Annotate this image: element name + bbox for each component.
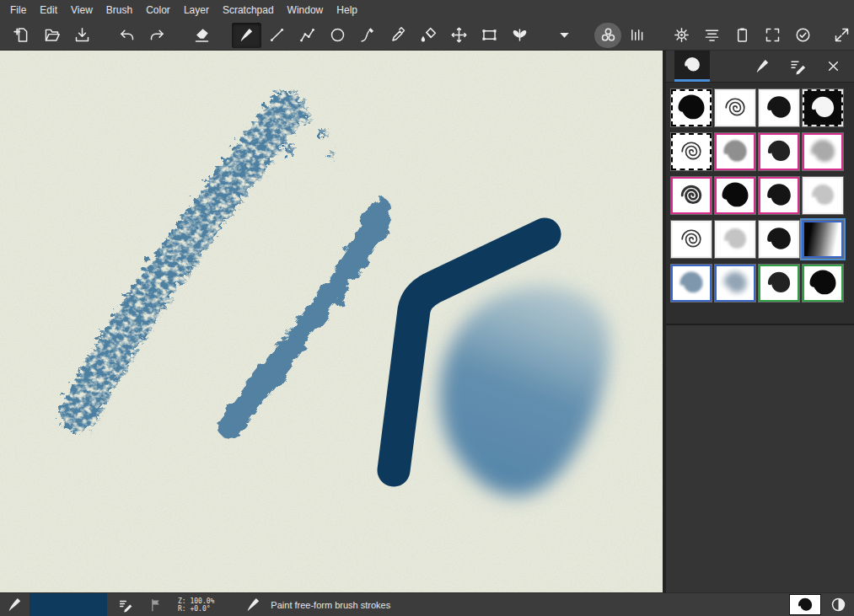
undo-button[interactable]: [112, 23, 142, 48]
brush-preview-spiral: [762, 224, 796, 254]
brush-cell[interactable]: [715, 221, 755, 258]
lines-tool-button[interactable]: [262, 23, 292, 48]
current-brush-preview[interactable]: [789, 594, 821, 615]
toolbar-group: [112, 23, 172, 48]
brush-cell[interactable]: [671, 89, 712, 126]
ellipse-tool-button[interactable]: [323, 23, 352, 48]
brush-preview-spiral: [806, 268, 840, 298]
brush-cell[interactable]: [671, 221, 712, 258]
fullscreen-button[interactable]: [758, 23, 787, 48]
menu-file[interactable]: File: [3, 1, 33, 19]
expand-view-button[interactable]: [833, 23, 851, 48]
brush-cell[interactable]: [759, 177, 799, 214]
brush-cell[interactable]: [759, 221, 799, 258]
brush-cell[interactable]: [759, 265, 799, 302]
ellipse-icon: [329, 26, 346, 44]
brush-cell[interactable]: [803, 265, 843, 302]
bucket-icon: [420, 26, 438, 44]
toolbar-group: [7, 23, 97, 48]
editpen-icon: [789, 57, 807, 75]
current-color-swatch[interactable]: [30, 593, 107, 616]
menu-brush[interactable]: Brush: [99, 1, 139, 19]
ink-icon: [359, 26, 377, 44]
brush-preview-spiral: [674, 93, 708, 123]
brush-preview-spiral: [762, 180, 796, 211]
statusbar-hint: Paint free-form brush strokes: [271, 600, 390, 610]
brush-icon: [238, 26, 255, 44]
history-panel-button[interactable]: [788, 23, 818, 48]
butterfly-icon: [511, 26, 529, 44]
brush-cell[interactable]: [759, 89, 799, 126]
toolbar-group: [187, 23, 217, 48]
brush-cell[interactable]: [803, 133, 843, 170]
brush-list-tab[interactable]: [674, 51, 710, 82]
brush-cell[interactable]: [803, 177, 843, 214]
connected-lines-tool-button[interactable]: [293, 23, 322, 48]
canvas-area: [0, 51, 663, 592]
color-triad-button[interactable]: [594, 23, 621, 48]
toolbar-group: [594, 23, 652, 48]
brush-preview-spiral: [718, 268, 752, 298]
brush-cell[interactable]: [715, 133, 755, 170]
preferences-button[interactable]: [667, 23, 696, 48]
brush-cell[interactable]: [759, 133, 799, 170]
move-layer-tool-button[interactable]: [444, 23, 474, 48]
color-wheel-icon[interactable]: [830, 596, 847, 613]
hint-brush-icon: [244, 596, 262, 613]
menu-scratchpad[interactable]: Scratchpad: [216, 1, 281, 19]
menu-layer[interactable]: Layer: [177, 1, 216, 19]
zoom-rotation-readout: Z: 100.0% R: +0.0°: [178, 597, 214, 613]
scratchpad-panel-button[interactable]: [728, 23, 757, 48]
flag-button[interactable]: [144, 594, 168, 616]
brush-preview-spiral: [762, 268, 796, 298]
symmetry-tool-button[interactable]: [505, 23, 534, 48]
color-palette-button[interactable]: [622, 23, 652, 48]
panel-tabs: [666, 51, 854, 83]
brush-preview-spiral: [718, 93, 752, 123]
brush-cell[interactable]: [671, 133, 712, 170]
statusbar-right: [789, 594, 854, 615]
brush-cell[interactable]: [715, 265, 755, 302]
open-file-button[interactable]: [37, 23, 67, 48]
brush-preview-spiral: [806, 180, 840, 211]
brush-preview-spiral: [806, 137, 840, 167]
brush-cell[interactable]: [803, 221, 843, 258]
brush-tool-tab[interactable]: [744, 51, 780, 82]
color-picker-tool-button[interactable]: [384, 23, 413, 48]
close-panel-button[interactable]: [815, 51, 851, 82]
brush-settings-quick-button[interactable]: [114, 594, 137, 616]
brush-cell[interactable]: [715, 89, 755, 126]
menu-edit[interactable]: Edit: [33, 1, 64, 19]
clipboard-icon: [733, 26, 751, 44]
save-file-button[interactable]: [67, 23, 97, 48]
eraser-toggle-button[interactable]: [187, 23, 217, 48]
toolbar-groups: [7, 23, 833, 48]
brush-settings-panel-button[interactable]: [697, 23, 727, 48]
brush-cell[interactable]: [671, 265, 712, 302]
freehand-tool-button[interactable]: [232, 23, 261, 48]
open-icon: [43, 26, 61, 44]
frame-tool-button[interactable]: [475, 23, 504, 48]
inking-tool-button[interactable]: [353, 23, 383, 48]
menu-window[interactable]: Window: [281, 1, 330, 19]
panel-empty-area: [666, 324, 854, 592]
bars-icon: [628, 26, 646, 44]
new-file-button[interactable]: [7, 23, 36, 48]
tool-options-dropdown[interactable]: [550, 23, 579, 48]
menu-help[interactable]: Help: [330, 1, 364, 19]
brush-cell[interactable]: [803, 89, 843, 126]
brush-preview-spiral: [806, 93, 840, 123]
menu-color[interactable]: Color: [139, 1, 177, 19]
brush-preview-spiral: [762, 93, 796, 123]
line-icon: [268, 26, 286, 44]
menu-view[interactable]: View: [64, 1, 99, 19]
brush-options-tab[interactable]: [780, 51, 815, 82]
redo-button[interactable]: [142, 23, 172, 48]
gear-icon: [673, 26, 690, 44]
brush-preview-spiral: [762, 137, 796, 167]
flood-fill-tool-button[interactable]: [414, 23, 443, 48]
painting-canvas[interactable]: [0, 51, 663, 592]
undo-icon: [118, 26, 136, 44]
brush-cell[interactable]: [671, 177, 712, 214]
brush-cell[interactable]: [715, 177, 755, 214]
